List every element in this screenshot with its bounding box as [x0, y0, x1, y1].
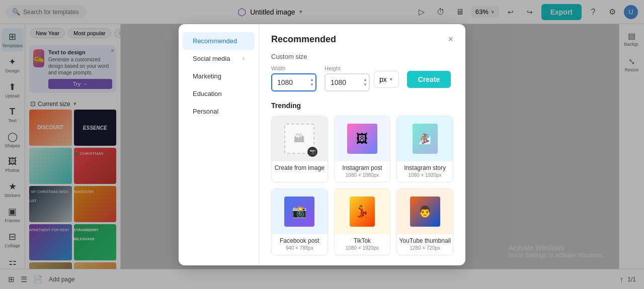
- sidebar-education-label: Education: [193, 90, 222, 98]
- trending-label: Trending: [271, 102, 453, 110]
- trending-card-youtube-thumbnail[interactable]: 👨 YouTube thumbnail 1280 × 720px: [396, 188, 453, 255]
- width-decrement-button[interactable]: ▼: [309, 82, 314, 87]
- instagram-post-preview: 🖼: [347, 124, 377, 154]
- trending-card-instagram-story[interactable]: 🏂 Instagram story 1080 × 1920px: [396, 116, 453, 182]
- trending-card-tiktok[interactable]: 💃 TikTok 1080 × 1920px: [334, 188, 391, 255]
- instagram-story-size: 1080 × 1920px: [397, 172, 453, 182]
- modal-close-button[interactable]: ×: [448, 34, 453, 45]
- height-field-container: ▲ ▼: [325, 73, 370, 91]
- modal-header: Recommended ×: [271, 34, 453, 45]
- modal-sidebar-item-recommended[interactable]: Recommended: [183, 32, 255, 50]
- youtube-thumbnail-label: YouTube thumbnail: [397, 234, 453, 245]
- trending-thumb-facebook-post: 📸: [272, 189, 328, 234]
- instagram-post-size: 1080 × 1080px: [335, 172, 390, 182]
- instagram-post-label: Instagram post: [335, 161, 390, 172]
- sidebar-marketing-label: Marketing: [193, 72, 221, 80]
- height-label: Height: [325, 65, 341, 71]
- youtube-preview: 👨: [410, 197, 440, 227]
- trending-thumb-create-from-image: 🏔 📷: [272, 116, 328, 161]
- width-input-wrap: Width ▲ ▼: [271, 73, 316, 91]
- unit-value: px: [379, 75, 387, 83]
- modal-main-content: Recommended × Custom size Width ▲ ▼: [259, 24, 465, 265]
- modal-overlay[interactable]: Recommended Social media › Marketing Edu…: [0, 0, 644, 289]
- facebook-post-size: 940 × 788px: [272, 245, 328, 255]
- create-from-image-size: [272, 172, 328, 176]
- modal-sidebar: Recommended Social media › Marketing Edu…: [179, 24, 259, 265]
- trending-card-instagram-post[interactable]: 🖼 Instagram post 1080 × 1080px: [334, 116, 391, 182]
- create-from-image-label: Create from image: [272, 161, 328, 172]
- sidebar-personal-label: Personal: [193, 108, 218, 115]
- trending-thumb-instagram-post: 🖼: [335, 116, 390, 161]
- sidebar-recommended-label: Recommended: [193, 37, 237, 45]
- instagram-story-label: Instagram story: [397, 161, 453, 172]
- custom-size-label: Custom size: [271, 53, 453, 60]
- height-stepper: ▲ ▼: [363, 77, 368, 87]
- image-placeholder-icon: 🏔: [294, 132, 305, 145]
- trending-thumb-tiktok: 💃: [335, 189, 390, 234]
- width-field-container: ▲ ▼: [271, 73, 316, 91]
- create-button[interactable]: Create: [407, 71, 451, 88]
- chevron-down-icon: ▼: [389, 77, 393, 82]
- facebook-post-preview: 📸: [284, 197, 314, 227]
- create-from-image-icon: 🏔 📷: [284, 124, 314, 154]
- sidebar-social-label: Social media: [193, 55, 230, 62]
- tiktok-size: 1080 × 1920px: [335, 245, 390, 255]
- width-increment-button[interactable]: ▲: [309, 77, 314, 82]
- height-decrement-button[interactable]: ▼: [363, 82, 368, 87]
- height-input-wrap: Height ▲ ▼: [325, 73, 370, 91]
- trending-card-facebook-post[interactable]: 📸 Facebook post 940 × 788px: [271, 188, 328, 255]
- width-label: Width: [271, 65, 285, 71]
- custom-size-row: Width ▲ ▼ Height ▲: [271, 65, 453, 91]
- width-stepper: ▲ ▼: [309, 77, 314, 87]
- tiktok-preview: 💃: [350, 197, 375, 227]
- instagram-story-preview: 🏂: [413, 124, 438, 154]
- modal-sidebar-item-marketing[interactable]: Marketing: [183, 67, 255, 85]
- height-increment-button[interactable]: ▲: [363, 77, 368, 82]
- youtube-thumbnail-size: 1280 × 720px: [397, 245, 453, 255]
- camera-icon: 📷: [307, 147, 317, 157]
- tiktok-label: TikTok: [335, 234, 390, 245]
- chevron-right-icon: ›: [243, 55, 245, 61]
- trending-card-create-from-image[interactable]: 🏔 📷 Create from image: [271, 116, 328, 182]
- trending-thumb-youtube: 👨: [397, 189, 453, 234]
- facebook-post-label: Facebook post: [272, 234, 328, 245]
- unit-select[interactable]: px ▼: [374, 71, 399, 88]
- trending-grid: 🏔 📷 Create from image 🖼 Instagram post: [271, 116, 453, 255]
- modal-dialog: Recommended Social media › Marketing Edu…: [179, 24, 465, 265]
- modal-sidebar-item-social-media[interactable]: Social media ›: [183, 50, 255, 67]
- modal-sidebar-item-personal[interactable]: Personal: [183, 103, 255, 120]
- trending-thumb-instagram-story: 🏂: [397, 116, 453, 161]
- modal-sidebar-item-education[interactable]: Education: [183, 85, 255, 103]
- modal-title: Recommended: [271, 34, 336, 45]
